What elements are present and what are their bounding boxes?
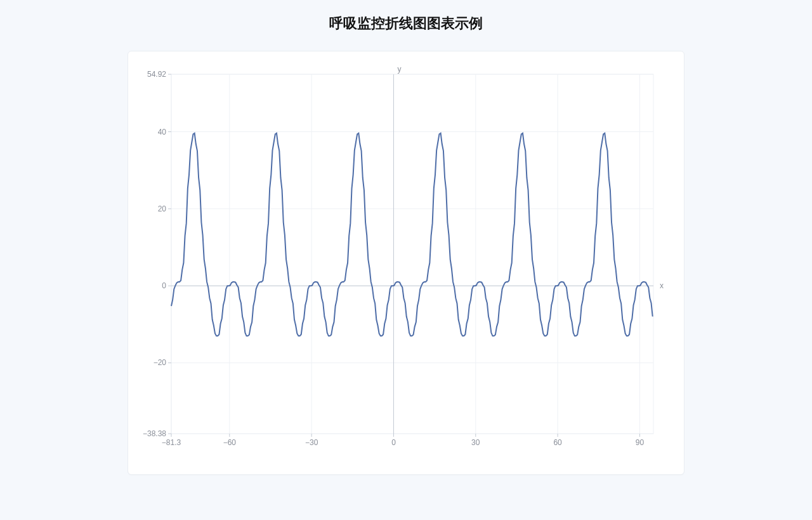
page-root: 呼吸监控折线图图表示例 −81.3−60−300306090−38.38−200… xyxy=(0,0,812,520)
svg-text:30: 30 xyxy=(471,438,480,447)
svg-rect-0 xyxy=(171,74,653,434)
page-title: 呼吸监控折线图图表示例 xyxy=(0,14,812,33)
svg-text:−38.38: −38.38 xyxy=(143,429,166,438)
svg-text:0: 0 xyxy=(391,438,396,447)
svg-text:90: 90 xyxy=(636,438,645,447)
svg-text:y: y xyxy=(397,65,401,74)
chart[interactable]: −81.3−60−300306090−38.38−200204054.92yx xyxy=(140,63,672,457)
svg-text:−20: −20 xyxy=(154,358,167,367)
chart-svg: −81.3−60−300306090−38.38−200204054.92yx xyxy=(140,63,672,457)
svg-text:−60: −60 xyxy=(223,438,237,447)
svg-text:−81.3: −81.3 xyxy=(162,438,181,447)
svg-text:0: 0 xyxy=(162,281,166,290)
svg-text:x: x xyxy=(660,281,664,290)
svg-text:60: 60 xyxy=(553,438,562,447)
svg-text:20: 20 xyxy=(158,204,167,213)
chart-card: −81.3−60−300306090−38.38−200204054.92yx xyxy=(128,51,684,475)
svg-text:−30: −30 xyxy=(305,438,318,447)
svg-text:54.92: 54.92 xyxy=(147,70,166,79)
svg-text:40: 40 xyxy=(158,128,167,137)
